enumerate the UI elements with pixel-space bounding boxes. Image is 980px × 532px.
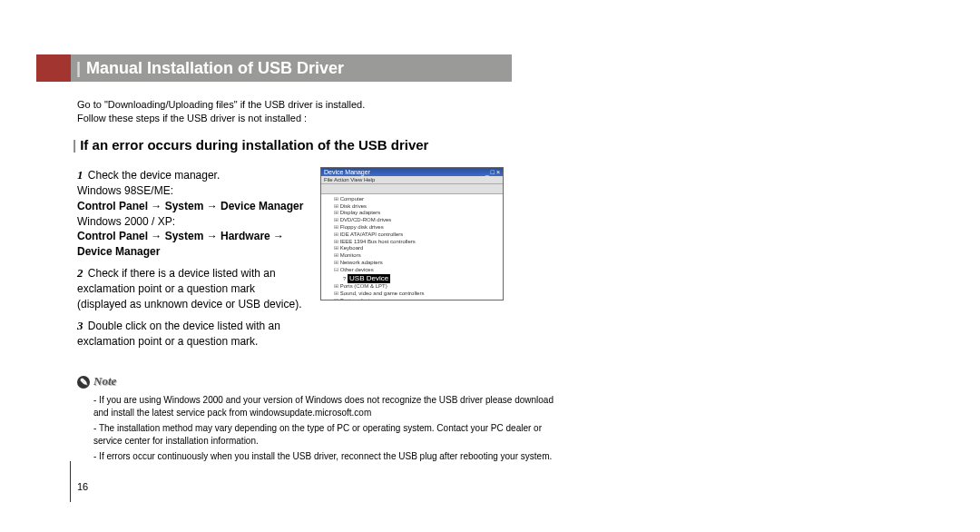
window-titlebar: Device Manager_ □ × (321, 168, 503, 176)
page-title: |Manual Installation of USB Driver (71, 54, 512, 82)
step-3: 3 Double click on the device listed with… (77, 318, 304, 350)
title-bar: |Manual Installation of USB Driver (36, 54, 944, 82)
device-manager-screenshot: Device Manager_ □ × File Action View Hel… (320, 167, 504, 300)
steps-list: 1 Check the device manager. Windows 98SE… (77, 167, 304, 355)
note-item: - If you are using Windows 2000 and your… (93, 394, 567, 420)
note-item: - If errors occur continuously when you … (93, 450, 567, 464)
page-number: 16 (77, 481, 88, 492)
step-2: 2 Check if there is a device listed with… (77, 265, 304, 312)
accent-block (36, 54, 71, 82)
section-heading: |If an error occurs during installation … (73, 137, 944, 153)
intro-text: Go to "Downloading/Uploading files" if t… (77, 98, 944, 126)
window-toolbar (321, 184, 503, 194)
step-1: 1 Check the device manager. Windows 98SE… (77, 167, 304, 260)
manual-page: |Manual Installation of USB Driver Go to… (36, 54, 944, 465)
highlighted-usb-device: ? USB Device (325, 274, 499, 283)
window-menubar: File Action View Help (321, 176, 503, 184)
note-item: - The installation method may vary depen… (93, 422, 567, 448)
device-tree: Computer Disk drives Display adapters DV… (321, 194, 503, 300)
note-section: Note - If you are using Windows 2000 and… (77, 373, 567, 463)
page-number-rule (70, 461, 71, 502)
note-label: Note (77, 373, 567, 390)
